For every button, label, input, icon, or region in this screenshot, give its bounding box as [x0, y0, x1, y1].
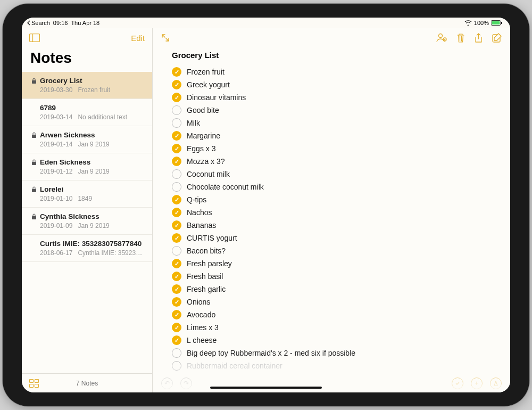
checkbox-unchecked-icon[interactable]	[172, 246, 181, 256]
checkbox-checked-icon[interactable]: ✓	[172, 195, 181, 204]
note-list-item[interactable]: 67892019-03-14No additional text	[22, 99, 152, 126]
checklist-item-text: Milk	[187, 119, 200, 127]
checkbox-unchecked-icon[interactable]	[172, 118, 181, 128]
checklist-item[interactable]: ✓Greek yogurt	[172, 80, 496, 89]
redo-button[interactable]: ↷	[180, 378, 192, 389]
markup-button[interactable]	[490, 378, 502, 389]
checklist-item[interactable]: Big deep toy Rubbermaid's x 2 - med six …	[172, 348, 496, 358]
note-item-preview: Cynthia IMIE: 359233062702…	[78, 249, 144, 257]
edit-button[interactable]: Edit	[131, 34, 145, 43]
checkbox-checked-icon[interactable]: ✓	[172, 208, 181, 217]
checklist-item[interactable]: Rubbermaid cereal container	[172, 361, 496, 371]
lock-icon	[31, 214, 37, 220]
note-list-item[interactable]: Eden Sickness2019-01-12Jan 9 2019	[22, 153, 152, 181]
checklist-item[interactable]: ✓Fresh basil	[172, 272, 496, 281]
screen: Search 09:16 Thu Apr 18 100% Edit	[22, 18, 510, 392]
chevron-left-icon	[27, 20, 30, 26]
checkbox-unchecked-icon[interactable]	[172, 348, 181, 358]
checkbox-checked-icon[interactable]: ✓	[172, 157, 181, 166]
back-label: Search	[31, 20, 50, 26]
checkbox-unchecked-icon[interactable]	[172, 182, 181, 192]
note-item-date: 2019-01-12	[40, 168, 72, 175]
checkbox-unchecked-icon[interactable]	[172, 169, 181, 179]
checkbox-checked-icon[interactable]: ✓	[172, 220, 181, 230]
attachments-view-button[interactable]	[29, 379, 39, 388]
home-indicator[interactable]	[210, 387, 322, 389]
checklist-item[interactable]: ✓Avocado	[172, 310, 496, 319]
checklist-button[interactable]	[452, 378, 463, 389]
checklist-item[interactable]: Bacon bits?	[172, 246, 496, 256]
checkbox-checked-icon[interactable]: ✓	[172, 233, 181, 243]
svg-rect-2	[501, 22, 502, 24]
checklist-item[interactable]: Chocolate coconut milk	[172, 182, 496, 192]
note-list-item[interactable]: Curtis IMIE: 3532830758778402018-06-17Cy…	[22, 235, 152, 262]
note-list-item[interactable]: Grocery List2019-03-30Frozen fruit	[22, 72, 152, 99]
checkbox-checked-icon[interactable]: ✓	[172, 335, 181, 345]
svg-rect-5	[32, 80, 36, 84]
sidebar-toggle-button[interactable]	[29, 34, 40, 42]
svg-rect-11	[35, 379, 39, 382]
share-button[interactable]	[475, 33, 483, 43]
note-list-item[interactable]: Cynthia Sickness2019-01-09Jan 9 2019	[22, 208, 152, 235]
collaborate-button[interactable]	[436, 33, 447, 43]
checkbox-unchecked-icon[interactable]	[172, 105, 181, 115]
checklist-item[interactable]: ✓CURTIS yogurt	[172, 233, 496, 243]
checkbox-checked-icon[interactable]: ✓	[172, 93, 181, 102]
checkbox-checked-icon[interactable]: ✓	[172, 144, 181, 153]
note-item-preview: Jan 9 2019	[78, 141, 109, 148]
checklist-item[interactable]: ✓Nachos	[172, 208, 496, 217]
checkbox-checked-icon[interactable]: ✓	[172, 310, 181, 319]
note-item-title: Lorelei	[40, 185, 63, 193]
delete-button[interactable]	[456, 33, 465, 43]
back-to-search[interactable]: Search	[27, 20, 50, 26]
checkbox-checked-icon[interactable]: ✓	[172, 272, 181, 281]
checklist-item-text: Onions	[187, 298, 210, 306]
note-list-item[interactable]: Arwen Sickness2019-01-14Jan 9 2019	[22, 126, 152, 153]
checkbox-checked-icon[interactable]: ✓	[172, 80, 181, 89]
checklist-item-text: Greek yogurt	[187, 80, 230, 89]
svg-rect-6	[32, 135, 36, 138]
checklist-item[interactable]: ✓Margarine	[172, 131, 496, 141]
expand-button[interactable]	[161, 34, 170, 42]
checklist-item[interactable]: ✓Fresh garlic	[172, 284, 496, 294]
checklist-item[interactable]: ✓Q-tips	[172, 195, 496, 204]
checklist-item[interactable]: ✓Bananas	[172, 220, 496, 230]
checklist-item[interactable]: ✓Frozen fruit	[172, 67, 496, 77]
checklist-item[interactable]: ✓L cheese	[172, 335, 496, 345]
checkbox-unchecked-icon[interactable]	[172, 361, 181, 371]
content-footer: ↶ ↷ +	[153, 374, 510, 392]
checkbox-checked-icon[interactable]: ✓	[172, 297, 181, 307]
lock-icon	[31, 159, 37, 166]
checklist-item-text: Fresh garlic	[187, 285, 226, 293]
checklist-item[interactable]: Coconut milk	[172, 169, 496, 179]
content-toolbar	[153, 28, 510, 47]
note-body[interactable]: Grocery List ✓Frozen fruit✓Greek yogurt✓…	[153, 47, 510, 374]
checklist-item[interactable]: ✓Onions	[172, 297, 496, 307]
sidebar-footer: 7 Notes	[22, 373, 152, 392]
checklist-item-text: Bananas	[187, 221, 216, 229]
checkbox-checked-icon[interactable]: ✓	[172, 323, 181, 332]
checkbox-checked-icon[interactable]: ✓	[172, 67, 181, 77]
checklist-item[interactable]: ✓Dinosaur vitamins	[172, 93, 496, 102]
add-button[interactable]: +	[471, 378, 483, 389]
checkbox-checked-icon[interactable]: ✓	[172, 284, 181, 294]
checklist-item[interactable]: ✓Fresh parsley	[172, 259, 496, 268]
checklist-item[interactable]: Milk	[172, 118, 496, 128]
lock-icon	[31, 78, 37, 84]
note-list[interactable]: Grocery List2019-03-30Frozen fruit678920…	[22, 72, 152, 373]
checklist-item[interactable]: Good bite	[172, 105, 496, 115]
note-item-date: 2019-03-30	[40, 86, 72, 94]
svg-rect-8	[32, 189, 36, 192]
svg-rect-1	[492, 21, 500, 24]
new-note-button[interactable]	[492, 33, 502, 43]
checkbox-checked-icon[interactable]: ✓	[172, 259, 181, 268]
undo-button[interactable]: ↶	[161, 378, 173, 389]
note-list-item[interactable]: Lorelei2019-01-101849	[22, 181, 152, 208]
checklist-item[interactable]: ✓Eggs x 3	[172, 144, 496, 153]
note-item-date: 2019-01-10	[40, 195, 72, 202]
checklist-item[interactable]: ✓Limes x 3	[172, 323, 496, 332]
checkbox-checked-icon[interactable]: ✓	[172, 131, 181, 141]
note-item-preview: Jan 9 2019	[78, 168, 109, 175]
checklist-item[interactable]: ✓Mozza x 3?	[172, 157, 496, 166]
checklist-item-text: Frozen fruit	[187, 68, 225, 76]
